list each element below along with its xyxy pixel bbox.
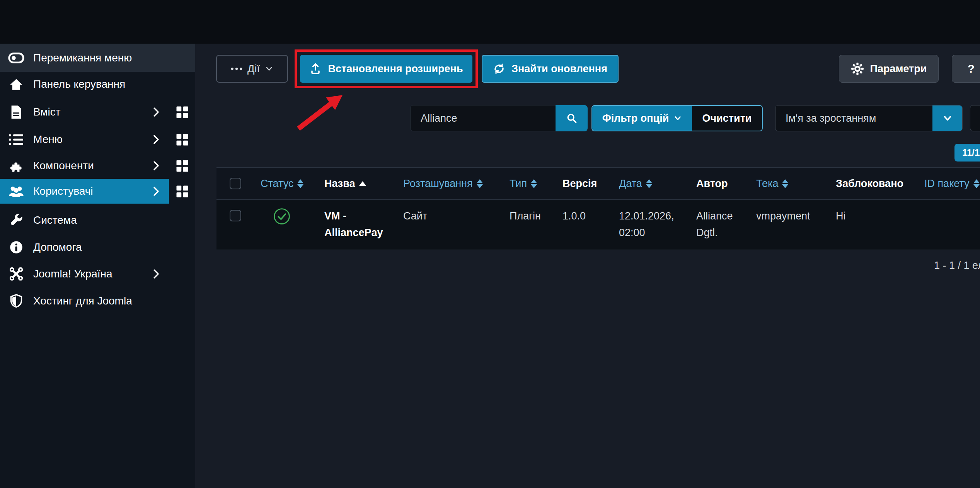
- chevron-down-icon: [673, 114, 682, 122]
- column-header-name[interactable]: Назва: [324, 175, 366, 192]
- column-label: Розташування: [403, 178, 473, 190]
- column-header-version: Версія: [562, 175, 597, 192]
- column-label: Назва: [324, 178, 355, 190]
- sidebar-item-label: Вміст: [33, 106, 61, 118]
- chevron-down-icon: [265, 65, 273, 73]
- help-button[interactable]: ?: [952, 55, 980, 83]
- home-icon: [7, 77, 26, 91]
- sidebar-item-dashboard[interactable]: Панель керування: [0, 73, 195, 95]
- column-label: Дата: [619, 178, 642, 190]
- info-icon: [7, 240, 26, 254]
- chevron-down-icon: [943, 113, 953, 123]
- menus-icon: [7, 133, 26, 146]
- list-limit-select-clipped[interactable]: [970, 105, 980, 131]
- sidebar-item-toggle-menu[interactable]: Перемикання меню: [0, 44, 195, 72]
- column-header-locked: Заблоковано: [836, 175, 903, 192]
- row-checkbox[interactable]: [230, 210, 241, 221]
- sidebar-item-label: Перемикання меню: [33, 52, 132, 64]
- results-count-badge: 11/11: [954, 144, 980, 162]
- help-label: ?: [968, 62, 975, 75]
- options-button[interactable]: Параметри: [839, 55, 939, 83]
- status-enabled-icon[interactable]: [273, 207, 291, 225]
- cell-folder: vmpayment: [756, 208, 810, 224]
- select-all-checkbox[interactable]: [230, 178, 241, 189]
- search-input[interactable]: [410, 105, 556, 131]
- sidebar-item-hosting[interactable]: Хостинг для Joomla: [0, 290, 195, 312]
- chevron-right-icon: [152, 134, 161, 145]
- dashboard-grid-icon[interactable]: [176, 185, 189, 198]
- results-count-text: 11/11: [962, 147, 980, 158]
- sidebar-item-content[interactable]: Вміст: [0, 101, 195, 123]
- actions-dropdown-button[interactable]: Дії: [216, 55, 288, 83]
- annotation-highlight-box: [295, 49, 478, 88]
- sidebar-item-label: Панель керування: [33, 78, 125, 90]
- sort-both-icon: [531, 179, 537, 188]
- column-label: Заблоковано: [836, 178, 903, 190]
- search-icon: [566, 112, 578, 124]
- chevron-right-icon: [152, 269, 161, 279]
- sort-both-icon: [477, 179, 483, 188]
- sidebar-item-menus[interactable]: Меню: [0, 128, 195, 151]
- sort-select[interactable]: Ім'я за зростанням: [775, 105, 963, 131]
- column-header-package-id[interactable]: ID пакету: [924, 175, 980, 192]
- column-header-date[interactable]: Дата: [619, 175, 652, 192]
- refresh-icon: [493, 63, 505, 75]
- cell-location: Сайт: [403, 208, 427, 224]
- chevron-right-icon: [152, 186, 161, 197]
- sidebar-item-label: Користувачі: [33, 185, 93, 197]
- filter-options-label: Фільтр опцій: [602, 112, 669, 124]
- column-header-status[interactable]: Статус: [261, 175, 303, 192]
- options-label: Параметри: [870, 63, 927, 75]
- cell-name[interactable]: VM - AlliancePay: [324, 208, 392, 241]
- column-label: Тека: [756, 178, 778, 190]
- cell-type: Плагін: [510, 208, 541, 224]
- gear-icon: [851, 62, 864, 75]
- components-icon: [7, 159, 26, 173]
- sort-ascending-icon: [359, 181, 366, 186]
- joomla-admin-extensions-page: { "topbar": { "logo_text": "Joomla!", "l…: [0, 0, 980, 488]
- sort-selected-value: Ім'я за зростанням: [775, 112, 932, 124]
- find-updates-button[interactable]: Знайти оновлення: [482, 55, 619, 83]
- column-header-location[interactable]: Розташування: [403, 175, 483, 192]
- top-bar: [0, 0, 980, 44]
- column-label: Версія: [562, 178, 597, 190]
- sidebar-item-label: Хостинг для Joomla: [33, 295, 132, 307]
- column-label: ID пакету: [924, 178, 970, 190]
- column-label: Автор: [696, 178, 728, 190]
- dashboard-grid-icon[interactable]: [176, 133, 189, 146]
- content-icon: [7, 105, 26, 119]
- shield-icon: [7, 294, 26, 308]
- search-button[interactable]: [556, 105, 588, 131]
- sidebar-item-label: Меню: [33, 133, 63, 146]
- clear-button[interactable]: Очистити: [692, 106, 762, 131]
- sort-both-icon: [297, 179, 303, 188]
- ellipsis-icon: [231, 67, 242, 71]
- sidebar-item-system[interactable]: Система: [0, 209, 195, 231]
- sidebar-item-label: Joomla! Україна: [33, 268, 112, 280]
- annotation-arrow: [294, 93, 348, 133]
- sidebar-item-help[interactable]: Допомога: [0, 236, 195, 258]
- column-header-folder[interactable]: Тека: [756, 175, 788, 192]
- sidebar-item-label: Система: [33, 214, 77, 226]
- sidebar-item-label: Допомога: [33, 241, 82, 253]
- dashboard-grid-icon[interactable]: [176, 106, 189, 119]
- sort-both-icon: [782, 179, 788, 188]
- sidebar-item-joomla-ukraine[interactable]: Joomla! Україна: [0, 263, 195, 285]
- wrench-icon: [7, 213, 26, 227]
- filter-options-button[interactable]: Фільтр опцій: [592, 106, 692, 131]
- dashboard-grid-icon[interactable]: [176, 160, 189, 172]
- actions-label: Дії: [247, 63, 260, 75]
- sort-caret-button[interactable]: [932, 105, 962, 131]
- sort-both-icon: [646, 179, 652, 188]
- cell-author: Alliance Dgtl.: [696, 208, 742, 241]
- chevron-right-icon: [152, 107, 161, 117]
- joomla-icon: [7, 267, 26, 281]
- sort-both-icon: [973, 179, 980, 188]
- chevron-right-icon: [152, 160, 161, 171]
- menu-toggle-icon: [7, 52, 26, 64]
- column-header-type[interactable]: Тип: [510, 175, 537, 192]
- cell-version: 1.0.0: [562, 208, 586, 224]
- sidebar-item-components[interactable]: Компоненти: [0, 155, 195, 177]
- sidebar-item-users[interactable]: Користувачі: [0, 180, 195, 202]
- cell-date: 12.01.2026, 02:00: [619, 208, 680, 241]
